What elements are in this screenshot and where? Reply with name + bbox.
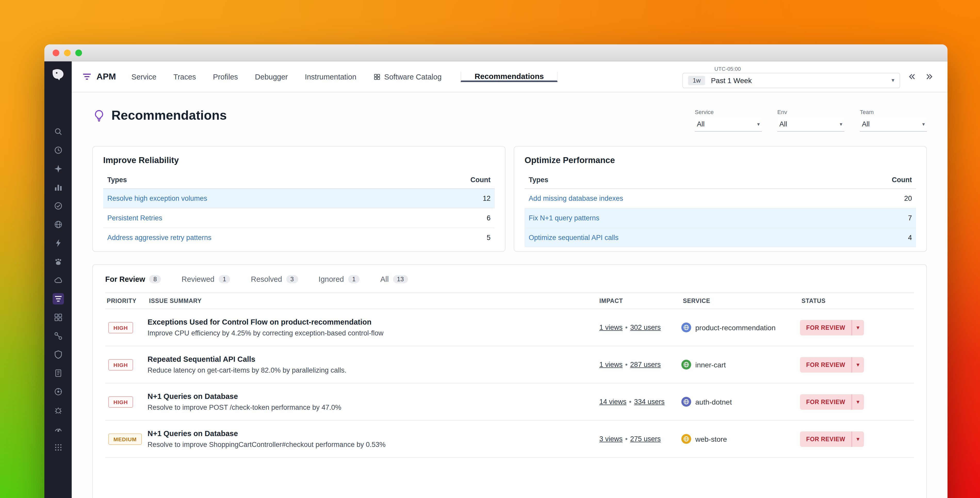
recommendation-count: 6 (487, 214, 490, 222)
sidebar-item-apm[interactable] (52, 293, 64, 305)
time-range-control[interactable]: 1w Past 1 Week ▾ (682, 72, 900, 88)
card-table-row: Resolve high exception volumes 12 (103, 189, 495, 209)
sidebar-item-search[interactable] (52, 126, 64, 137)
recommendation-type-link[interactable]: Resolve high exception volumes (107, 195, 207, 202)
team-filter-select[interactable]: All ▾ (860, 117, 927, 132)
sidebar-item-service-map[interactable] (52, 330, 64, 342)
catalog-grid-icon (374, 73, 381, 80)
views-link[interactable]: 14 views (599, 398, 627, 405)
status-dropdown-button[interactable]: FOR REVIEW ▾ (800, 357, 864, 372)
sidebar-item-software-catalog[interactable] (52, 312, 64, 323)
globe-icon (53, 220, 63, 229)
optimize-performance-card: Optimize Performance Types Count Add mis… (514, 146, 927, 252)
service-link[interactable]: auth-dotnet (681, 397, 800, 407)
sidebar-item-security[interactable] (52, 349, 64, 360)
users-link[interactable]: 302 users (630, 324, 661, 331)
double-chevron-left-icon (908, 73, 915, 80)
chevron-down-icon: ▾ (840, 121, 842, 127)
sidebar-item-network[interactable] (52, 219, 64, 230)
minimize-window-button[interactable] (64, 49, 71, 56)
status-dropdown-button[interactable]: FOR REVIEW ▾ (800, 320, 864, 335)
filter-label: Service (695, 109, 762, 115)
top-navigation: APM Service Traces Profiles Debugger Ins… (72, 61, 948, 93)
nav-link-profiles[interactable]: Profiles (213, 72, 238, 81)
status-dropdown-button[interactable]: FOR REVIEW ▾ (800, 431, 864, 447)
window-titlebar (45, 45, 948, 61)
tab-reviewed[interactable]: Reviewed 1 (181, 275, 230, 283)
nav-link-software-catalog[interactable]: Software Catalog (374, 72, 442, 81)
tab-for-review[interactable]: For Review 8 (105, 275, 161, 283)
close-window-button[interactable] (52, 49, 59, 56)
service-name: inner-cart (695, 361, 726, 369)
datadog-logo[interactable] (49, 66, 67, 84)
priority-badge: HIGH (108, 396, 133, 407)
issue-subtitle: Resolve to improve POST /check-token per… (148, 404, 591, 411)
nav-link-instrumentation[interactable]: Instrumentation (305, 72, 356, 81)
recommendation-type-link[interactable]: Persistent Retries (107, 214, 162, 222)
recommendation-type-link[interactable]: Fix N+1 query patterns (529, 214, 599, 222)
issue-title: Repeated Sequential API Calls (148, 355, 591, 363)
sidebar-item-quality-checks[interactable] (52, 200, 64, 212)
recommendation-type-link[interactable]: Address aggressive retry patterns (107, 234, 212, 241)
sidebar-item-notebooks[interactable] (52, 367, 64, 379)
users-link[interactable]: 275 users (630, 435, 661, 443)
recommendations-list-card: For Review 8 Reviewed 1 Resolved 3 (92, 264, 927, 498)
tab-count-badge: 8 (150, 275, 161, 283)
status-tabs: For Review 8 Reviewed 1 Resolved 3 (105, 275, 914, 283)
views-link[interactable]: 1 views (599, 324, 622, 331)
tab-resolved[interactable]: Resolved 3 (251, 275, 298, 283)
nav-link-service[interactable]: Service (132, 72, 156, 81)
time-range-picker[interactable]: UTC-05:00 1w Past 1 Week ▾ (682, 65, 900, 88)
card-table-header: Types Count (103, 171, 495, 189)
service-link[interactable]: web-store (681, 434, 800, 444)
env-filter-select[interactable]: All ▾ (777, 117, 844, 132)
recommendation-type-link[interactable]: Optimize sequential API calls (529, 234, 619, 241)
zoom-window-button[interactable] (75, 49, 82, 56)
bullet-separator: • (625, 324, 627, 331)
app-sidebar (45, 61, 72, 498)
tab-all[interactable]: All 13 (380, 275, 408, 283)
time-shift-back-button[interactable] (905, 70, 918, 83)
table-header-row: PRIORITY ISSUE SUMMARY IMPACT SERVICE ST… (105, 293, 914, 309)
sidebar-item-serverless[interactable] (52, 275, 64, 286)
sidebar-item-analytics[interactable] (52, 182, 64, 193)
sidebar-item-watchdog[interactable] (52, 256, 64, 267)
sidebar-item-synthetics[interactable] (52, 386, 64, 397)
service-link[interactable]: product-recommendation (681, 322, 800, 332)
sidebar-item-settings[interactable] (52, 442, 64, 453)
issue-column-header: ISSUE SUMMARY (148, 298, 591, 304)
service-link[interactable]: inner-cart (681, 360, 800, 369)
status-dropdown-button[interactable]: FOR REVIEW ▾ (800, 394, 864, 410)
filter-label: Env (777, 109, 844, 115)
recommendations-table: PRIORITY ISSUE SUMMARY IMPACT SERVICE ST… (105, 293, 914, 458)
views-link[interactable]: 1 views (599, 361, 622, 369)
table-row: HIGH N+1 Queries on Database Resolve to … (105, 383, 914, 421)
chevron-down-icon: ▾ (852, 399, 864, 405)
tab-count-badge: 13 (393, 275, 408, 283)
users-link[interactable]: 334 users (634, 398, 665, 405)
views-link[interactable]: 3 views (599, 435, 622, 443)
issue-title: Exceptions Used for Control Flow on prod… (148, 318, 591, 326)
sidebar-item-error-tracking[interactable] (52, 405, 64, 416)
shield-icon (53, 350, 63, 359)
dots-grid-icon (53, 443, 63, 452)
recommendation-count: 12 (483, 195, 490, 202)
nav-link-traces[interactable]: Traces (173, 72, 196, 81)
sidebar-item-events[interactable] (52, 238, 64, 249)
tab-ignored[interactable]: Ignored 1 (318, 275, 360, 283)
time-range-badge: 1w (688, 76, 705, 85)
users-link[interactable]: 287 users (630, 361, 661, 369)
time-shift-forward-button[interactable] (923, 70, 936, 83)
card-table-header: Types Count (525, 171, 916, 189)
nav-tab-recommendations[interactable]: Recommendations (461, 72, 558, 82)
issue-subtitle: Resolve to improve ShoppingCartControlle… (148, 441, 591, 449)
recommendation-type-link[interactable]: Add missing database indexes (529, 195, 623, 202)
issue-subtitle: Reduce latency on get-cart-items by 82.0… (148, 366, 591, 374)
nav-link-debugger[interactable]: Debugger (255, 72, 288, 81)
sidebar-item-monitors[interactable] (52, 423, 64, 434)
types-header: Types (107, 176, 127, 184)
service-filter-select[interactable]: All ▾ (695, 117, 762, 132)
sidebar-item-sparkles[interactable] (52, 163, 64, 174)
card-title: Optimize Performance (525, 155, 916, 165)
sidebar-item-history[interactable] (52, 145, 64, 156)
